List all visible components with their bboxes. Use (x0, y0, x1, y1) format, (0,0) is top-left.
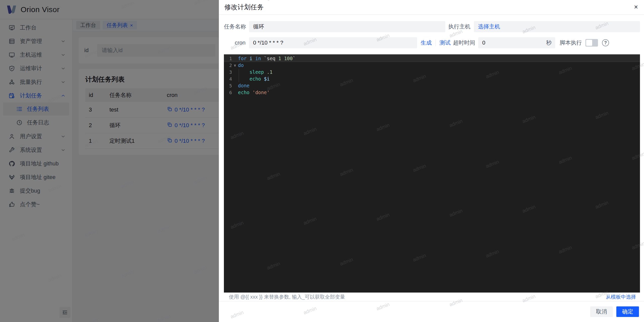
code-token: 100 (284, 56, 293, 61)
help-question-icon[interactable]: ? (602, 39, 609, 46)
fold-gutter (232, 89, 238, 96)
code-text: for i in `seq 1 100` (238, 55, 296, 62)
cron-input[interactable] (249, 37, 417, 48)
task-name-label: 任务名称 (224, 23, 246, 30)
timeout-input[interactable] (478, 37, 541, 48)
line-number: 6 (224, 89, 232, 96)
script-code-editor[interactable]: 1for i in `seq 1 100`2∨do3 sleep .14 ech… (224, 54, 640, 293)
toggle-knob (586, 40, 592, 46)
line-number: 4 (224, 76, 232, 82)
code-token (252, 56, 255, 61)
script-exec-toggle[interactable] (585, 39, 598, 47)
code-token: in (255, 56, 261, 61)
param-helper-text: 使用 @{{ xxx }} 来替换参数, 输入_可以获取全部变量 (229, 294, 345, 300)
code-text: echo $i (238, 76, 270, 82)
line-number: 3 (224, 69, 232, 76)
code-line: 5done (224, 82, 640, 89)
code-line: 2∨do (224, 62, 640, 69)
code-token: .1 (267, 69, 272, 75)
close-icon[interactable]: × (634, 4, 638, 11)
code-token: 1 (278, 56, 281, 61)
script-exec-label: 脚本执行 (560, 39, 582, 47)
code-token: do (238, 62, 244, 68)
editor-helper-row: 使用 @{{ xxx }} 来替换参数, 输入_可以获取全部变量 从模板中选择 (224, 293, 640, 301)
code-text: done (238, 82, 250, 89)
divider (435, 40, 436, 46)
form-row-cron-timeout: cron 生成 测试 超时时间 秒 脚本执行 ? (224, 37, 640, 48)
code-token: echo (250, 76, 261, 82)
code-text: echo 'done' (238, 89, 270, 96)
code-token (238, 76, 250, 82)
code-token (238, 69, 250, 75)
code-line: 4 echo $i (224, 76, 640, 82)
code-token: sleep (250, 69, 264, 75)
fold-gutter (232, 55, 238, 62)
select-host-link[interactable]: 选择主机 (478, 23, 500, 30)
confirm-button[interactable]: 确定 (616, 306, 639, 317)
line-number: 5 (224, 82, 232, 89)
cron-test-link[interactable]: 测试 (439, 39, 451, 47)
code-token (250, 90, 252, 95)
modal-title: 修改计划任务 (224, 3, 264, 12)
code-token: ` (293, 56, 295, 61)
code-token: $i (264, 76, 270, 82)
fold-chevron-icon: ∨ (232, 62, 238, 69)
code-token: `seq (261, 56, 278, 61)
edit-task-modal: 修改计划任务 × 任务名称 执行主机 选择主机 cron 生成 测试 超时时间 … (219, 0, 644, 322)
line-number: 1 (224, 55, 232, 62)
code-token: 'done' (252, 90, 270, 95)
code-line: 1for i in `seq 1 100` (224, 55, 640, 62)
task-name-input[interactable] (249, 21, 445, 32)
code-token (247, 56, 249, 61)
cron-generate-link[interactable]: 生成 (421, 39, 432, 47)
timeout-unit: 秒 (546, 39, 555, 47)
code-line: 3 sleep .1 (224, 69, 640, 76)
code-token: echo (238, 90, 250, 95)
fold-gutter (232, 76, 238, 82)
modal-header: 修改计划任务 × (219, 0, 644, 15)
exec-host-label: 执行主机 (448, 23, 470, 30)
code-token (281, 56, 284, 61)
cron-actions: 生成 测试 (421, 39, 451, 47)
code-text: sleep .1 (238, 69, 272, 76)
fold-gutter (232, 82, 238, 89)
code-token (261, 76, 264, 82)
code-token: i (250, 56, 252, 61)
form-row-name-host: 任务名称 执行主机 选择主机 (224, 21, 640, 32)
code-token (264, 69, 267, 75)
host-select-field[interactable]: 选择主机 (474, 21, 640, 32)
code-token: for (238, 56, 247, 61)
timeout-field: 秒 (478, 37, 555, 48)
code-text: do (238, 62, 244, 69)
modal-footer: 取消 确定 (219, 301, 644, 322)
modal-body: 任务名称 执行主机 选择主机 cron 生成 测试 超时时间 秒 脚本执行 (219, 15, 644, 301)
select-from-template-link[interactable]: 从模板中选择 (606, 294, 636, 300)
fold-gutter (232, 69, 238, 76)
cancel-button[interactable]: 取消 (590, 306, 613, 317)
cron-label: cron (224, 40, 246, 46)
code-token: done (238, 83, 250, 88)
line-number: 2 (224, 62, 232, 69)
code-line: 6echo 'done' (224, 89, 640, 96)
timeout-label: 超时时间 (453, 39, 475, 47)
